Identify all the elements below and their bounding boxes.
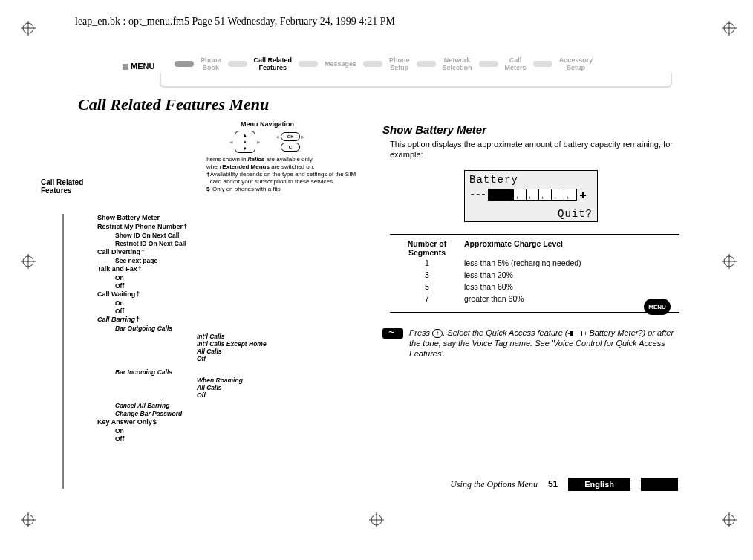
menu-item: CallMeters (502, 56, 529, 71)
table-row: 7greater than 60% (390, 293, 679, 305)
menu-item: Messages (322, 60, 359, 68)
tree-sub: OnOff (115, 427, 368, 443)
footer-section: Using the Options Menu (450, 479, 538, 490)
ok-button-icon: OK (281, 132, 300, 141)
crop-mark (722, 21, 737, 36)
menu-item: Call RelatedFeatures (251, 56, 296, 71)
tree-row: Call Diverting† (71, 248, 368, 255)
crop-mark (21, 21, 36, 36)
tree-row: Show Battery Meter (71, 214, 368, 221)
menu-chip: MENU (644, 299, 671, 315)
menu-item: AccessorySetup (556, 56, 596, 71)
show-battery-meter-title: Show Battery Meter (382, 123, 679, 136)
tree-row: Call Waiting† (71, 290, 368, 298)
battery-body-text: This option displays the approximate amo… (390, 139, 679, 160)
tree-row: Restrict My Phone Number† (71, 223, 368, 230)
arrow-right-icon: ▸ (257, 138, 261, 146)
page-footer: Using the Options Menu 51 English (71, 478, 679, 491)
call-related-features-label: Call Related Features (41, 178, 100, 195)
crop-mark (21, 254, 36, 269)
tree-sub: See next page (115, 257, 368, 265)
table-row: 1less than 5% (recharging needed) (390, 257, 679, 269)
tip-icon (382, 328, 403, 339)
top-menu-bar: MENU PhoneBookCall RelatedFeaturesMessag… (115, 49, 679, 88)
footer-page-number: 51 (548, 479, 558, 489)
up-key-icon: ↑ (432, 329, 443, 338)
table-header-segments: Number of Segments (390, 239, 464, 257)
table-row: 5less than 60% (390, 281, 679, 293)
tree-sub: OnOff (115, 274, 368, 290)
menu-navigation-label: Menu Navigation (167, 120, 368, 128)
arrow-right-icon: ▸ (301, 133, 305, 140)
tree-row: Call Barring† (71, 316, 368, 323)
table-header-charge: Approximate Charge Level (464, 239, 679, 257)
footer-language: English (568, 478, 630, 491)
crop-mark (369, 512, 384, 527)
quit-label: Quit? (558, 208, 593, 220)
crop-mark (21, 512, 36, 527)
battery-inline-icon (570, 331, 582, 336)
arrow-left-icon: ◂ (229, 138, 233, 146)
footer-black-bar (641, 478, 678, 491)
arrow-left-icon: ◂ (276, 133, 279, 140)
battery-box-title: Battery (469, 174, 593, 186)
frame-header: leap_en.bk : opt_menu.fm5 Page 51 Wednes… (75, 16, 395, 27)
diagram-notes: Items shown in Italics are available onl… (206, 156, 368, 193)
menu-item: PhoneBook (198, 56, 224, 71)
table-row: 3less than 20% (390, 269, 679, 281)
c-button-icon: C (281, 143, 300, 152)
tree-sub: OnOff (115, 299, 368, 316)
menu-item: NetworkSelection (440, 56, 475, 71)
battery-table: Number of Segments Approximate Charge Le… (390, 234, 679, 320)
tree-sub: Bar Outgoing CallsInt'l CallsInt'l Calls… (115, 325, 368, 418)
crop-mark (722, 254, 737, 269)
main-title: Call Related Features Menu (78, 95, 679, 114)
tree-sub: Show ID On Next CallRestrict ID On Next … (115, 232, 368, 248)
nav-key-icon: ▴•▾ (235, 131, 255, 153)
menu-label: MENU (123, 62, 154, 71)
battery-bar-icon: +++++ (488, 189, 577, 201)
menu-tree-diagram: Menu Navigation ◂ ▴•▾ ▸ ◂OK▸ ◂C▸ Items s… (71, 120, 368, 359)
tree-row: Key Answer Only$ (71, 418, 368, 426)
tree-row: Talk and Fax† (71, 265, 368, 273)
minus-icon: --- (469, 189, 486, 201)
menu-item: PhoneSetup (386, 56, 413, 71)
battery-display-box: Battery --- +++++ ✚ Quit? (464, 170, 598, 222)
quick-access-tip: Press ↑. Select the Quick Access feature… (382, 328, 679, 359)
plus-icon: ✚ (579, 187, 587, 202)
crop-mark (722, 512, 737, 527)
